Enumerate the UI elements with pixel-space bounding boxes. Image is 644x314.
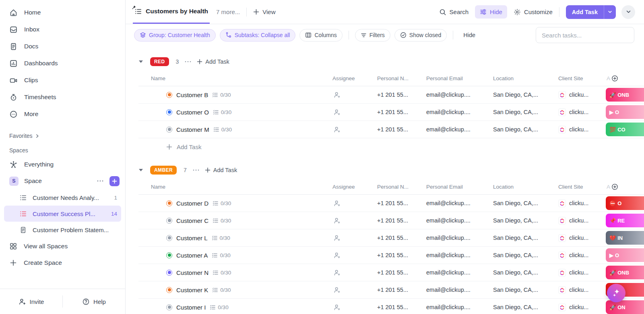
client-site-cell[interactable]: clicku... (558, 91, 606, 99)
sidebar-item-customer-needs[interactable]: Customer Needs Analy... 1 (4, 189, 121, 206)
group-status-badge[interactable]: RED (150, 57, 169, 66)
subtasks-pill[interactable]: Subtasks: Collapse all (220, 29, 296, 42)
task-status-icon[interactable] (166, 109, 172, 115)
columns-pill[interactable]: Columns (299, 29, 342, 42)
client-site-cell[interactable]: clicku... (558, 252, 606, 259)
filters-pill[interactable]: Filters (355, 29, 390, 42)
location-cell[interactable]: San Diego, CA,... (493, 235, 558, 241)
group-menu-icon[interactable] (185, 61, 191, 62)
status-pill[interactable]: ▶ O (606, 105, 644, 119)
personal-phone-cell[interactable]: +1 201 55... (377, 200, 426, 206)
client-site-cell[interactable]: clicku... (558, 234, 606, 242)
assignee-cell[interactable] (328, 126, 377, 133)
task-checklist[interactable]: 0/30 (213, 109, 231, 115)
sidebar-item-dashboards[interactable]: Dashboards (0, 55, 125, 72)
invite-button[interactable]: Invite (0, 298, 62, 306)
client-site-cell[interactable]: clicku... (558, 304, 606, 311)
space-add-button[interactable] (109, 176, 120, 186)
personal-email-cell[interactable]: email@clickup.... (426, 91, 493, 98)
client-site-cell[interactable]: clicku... (558, 126, 606, 133)
location-cell[interactable]: San Diego, CA,... (493, 217, 558, 224)
add-task-button[interactable]: Add Task (566, 5, 616, 19)
task-row[interactable]: Customer L 0/30 +1 201 55... email@click… (138, 229, 644, 247)
column-header-add-field[interactable]: A (606, 183, 644, 190)
location-cell[interactable]: San Diego, CA,... (493, 269, 558, 276)
client-site-cell[interactable]: clicku... (558, 108, 606, 116)
task-status-icon[interactable] (166, 92, 172, 98)
personal-email-cell[interactable]: email@clickup.... (426, 200, 493, 206)
personal-phone-cell[interactable]: +1 201 55... (377, 287, 426, 293)
task-name[interactable]: Customer C (176, 217, 208, 224)
help-button[interactable]: Help (63, 298, 125, 306)
sidebar-item-inbox[interactable]: Inbox (0, 21, 125, 38)
collapse-header-button[interactable] (621, 5, 635, 19)
column-header-client-site[interactable]: Client Site (558, 184, 606, 190)
personal-email-cell[interactable]: email@clickup.... (426, 287, 493, 293)
sidebar-item-home[interactable]: Home (0, 4, 125, 21)
search-tasks-input[interactable] (536, 27, 634, 43)
assignee-cell[interactable] (328, 252, 377, 259)
task-checklist[interactable]: 0/30 (212, 252, 230, 258)
space-menu-icon[interactable] (97, 180, 104, 182)
sidebar-item-space[interactable]: S Space (0, 173, 125, 189)
group-by-pill[interactable]: Group: Customer Health (134, 29, 216, 42)
assignee-cell[interactable] (328, 91, 377, 99)
assignee-cell[interactable] (328, 286, 377, 294)
tab-customers-by-health[interactable]: Customers by Health (133, 0, 210, 24)
task-name[interactable]: Customer M (176, 126, 209, 133)
task-status-icon[interactable] (166, 252, 172, 258)
status-pill[interactable]: 🚀 ONB (606, 266, 644, 279)
personal-email-cell[interactable]: email@clickup.... (426, 304, 493, 310)
column-header-assignee[interactable]: Assignee (328, 75, 377, 81)
column-header-location[interactable]: Location (493, 184, 558, 190)
assignee-cell[interactable] (328, 217, 377, 225)
personal-phone-cell[interactable]: +1 201 55... (377, 304, 426, 310)
client-site-cell[interactable]: clicku... (558, 200, 606, 207)
client-site-link[interactable]: clicku... (569, 109, 588, 115)
task-row[interactable]: Customer I 0/30 +1 201 55... email@click… (138, 299, 644, 314)
personal-email-cell[interactable]: email@clickup.... (426, 217, 493, 224)
task-row[interactable]: Customer M 0/30 +1 201 55... email@click… (138, 121, 644, 138)
location-cell[interactable]: San Diego, CA,... (493, 252, 558, 258)
task-checklist[interactable]: 0/30 (212, 92, 231, 98)
sidebar-item-timesheets[interactable]: Timesheets (0, 89, 125, 106)
add-task-row[interactable]: Add Task (138, 138, 644, 156)
ai-assistant-button[interactable] (607, 284, 625, 302)
add-view-button[interactable]: View (253, 8, 275, 15)
location-cell[interactable]: San Diego, CA,... (493, 91, 558, 98)
location-cell[interactable]: San Diego, CA,... (493, 126, 558, 133)
personal-email-cell[interactable]: email@clickup.... (426, 252, 493, 258)
sidebar-item-clips[interactable]: Clips (0, 72, 125, 89)
client-site-link[interactable]: clicku... (569, 269, 588, 276)
task-status-icon[interactable] (166, 287, 172, 293)
sidebar-item-customer-success[interactable]: Customer Success Pl... 14 (4, 206, 121, 222)
client-site-cell[interactable]: clicku... (558, 269, 606, 277)
sidebar-item-view-all-spaces[interactable]: View all Spaces (0, 238, 125, 254)
group-add-task-button[interactable]: Add Task (197, 58, 229, 65)
location-cell[interactable]: San Diego, CA,... (493, 287, 558, 293)
personal-phone-cell[interactable]: +1 201 55... (377, 91, 426, 98)
location-cell[interactable]: San Diego, CA,... (493, 304, 558, 310)
status-pill[interactable]: 🚀 ONB (606, 88, 644, 102)
favorites-section[interactable]: Favorites (0, 130, 125, 142)
task-name[interactable]: Customer K (176, 287, 208, 293)
status-pill[interactable]: 📌 RE (606, 214, 644, 227)
client-site-link[interactable]: clicku... (569, 304, 588, 310)
assignee-cell[interactable] (328, 234, 377, 242)
task-status-icon[interactable] (166, 218, 172, 224)
task-checklist[interactable]: 0/30 (212, 235, 230, 241)
assignee-cell[interactable] (328, 108, 377, 116)
assignee-cell[interactable] (328, 200, 377, 207)
more-views-button[interactable]: 7 more... (216, 8, 240, 15)
task-name[interactable]: Customer D (176, 200, 208, 207)
status-pill[interactable]: 🚀 ON (606, 300, 644, 314)
show-closed-pill[interactable]: Show closed (394, 29, 447, 42)
task-row[interactable]: Customer N 0/30 +1 201 55... email@click… (138, 264, 644, 281)
group-status-badge[interactable]: AMBER (150, 166, 177, 175)
group-add-task-button[interactable]: Add Task (205, 167, 237, 173)
personal-phone-cell[interactable]: +1 201 55... (377, 235, 426, 241)
task-checklist[interactable]: 0/30 (212, 287, 231, 293)
client-site-link[interactable]: clicku... (569, 287, 588, 293)
client-site-cell[interactable]: clicku... (558, 217, 606, 225)
task-row[interactable]: Customer K 0/30 +1 201 55... email@click… (138, 281, 644, 299)
